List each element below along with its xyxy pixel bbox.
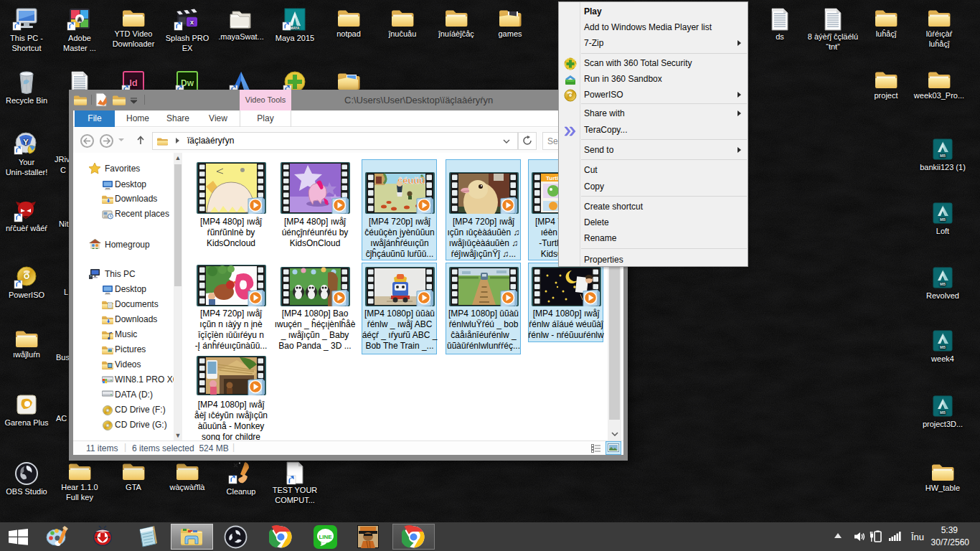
- svg-text:Id: Id: [129, 77, 138, 88]
- svg-text:MAYA: MAYA: [291, 27, 300, 30]
- svg-text:LINE: LINE: [319, 534, 332, 540]
- svg-text:MB: MB: [940, 345, 946, 349]
- svg-text:MB: MB: [940, 282, 946, 286]
- svg-text:Y: Y: [23, 138, 29, 146]
- svg-text:A: A: [77, 16, 83, 23]
- svg-text:x: x: [190, 19, 194, 26]
- svg-text:MB: MB: [940, 410, 946, 415]
- svg-text:MB: MB: [940, 154, 946, 158]
- svg-text:MB: MB: [940, 217, 946, 222]
